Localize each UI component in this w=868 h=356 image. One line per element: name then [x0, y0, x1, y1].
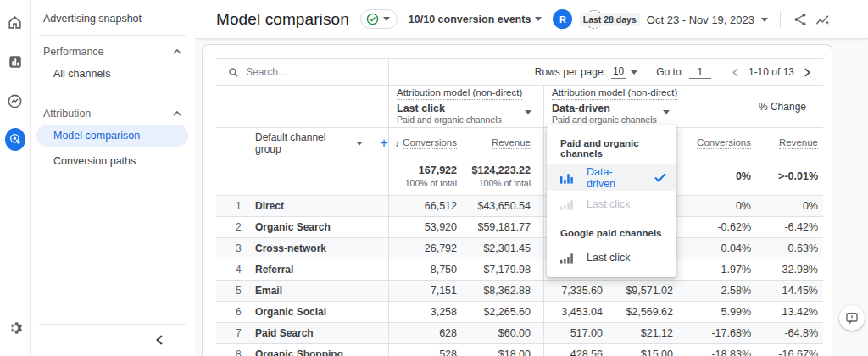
sidebar-item-model-comparison[interactable]: Model comparison: [36, 125, 188, 147]
sidebar-group-performance[interactable]: Performance: [31, 36, 195, 61]
next-page-chevron[interactable]: [799, 64, 815, 80]
goto-page-input[interactable]: [689, 66, 711, 79]
goto-label: Go to:: [656, 66, 684, 78]
m1-revenue-value: $2,301.45: [465, 238, 543, 259]
dropdown-item-data-driven[interactable]: Data-driven: [547, 164, 676, 191]
pct-revenue-value: 0.63%: [760, 238, 823, 259]
chevron-up-icon: [173, 111, 181, 116]
chevron-down-icon[interactable]: [525, 110, 531, 114]
pct-conversions-value: -18.83%: [682, 344, 760, 356]
chevron-down-icon[interactable]: [761, 18, 768, 22]
model1-scope: Paid and organic channels: [397, 114, 502, 125]
pct-conversions-value: -17.68%: [682, 323, 760, 343]
chevron-down-icon[interactable]: [631, 70, 637, 75]
row-number: 4: [216, 264, 255, 275]
model1-selector[interactable]: Attribution model (non-direct) Last clic…: [388, 86, 543, 127]
channel-name: Organic Social: [255, 306, 326, 318]
channel-name: Cross-network: [255, 242, 326, 254]
channel-name: Direct: [255, 200, 284, 212]
dropdown-item-last-click-google[interactable]: Last click: [547, 244, 676, 270]
table-row[interactable]: 2 Organic Search 53,920 $59,181.77 -0.62…: [216, 217, 823, 238]
chevron-left-icon: [156, 335, 163, 345]
conversion-events-label: 10/10 conversion events: [409, 14, 531, 25]
reports-icon[interactable]: [5, 52, 25, 72]
attribution-model-dropdown: Paid and organic channels Data-driven La…: [547, 125, 676, 277]
table-row[interactable]: 8 Organic Shopping 528 $18.00 428.56 $15…: [216, 344, 823, 356]
feedback-button[interactable]: [839, 305, 865, 331]
table-row[interactable]: 5 Email 7,151 $8,362.88 7,335.60 $9,571.…: [216, 281, 823, 302]
pct-conversions-header[interactable]: Conversions: [682, 128, 760, 159]
report-status-pill[interactable]: [360, 9, 398, 29]
m1-conversions-header[interactable]: ↓ Conversions: [388, 128, 465, 159]
m1-revenue-value: $18.00: [465, 344, 543, 356]
pct-conversions-value: 1.97%: [682, 259, 760, 280]
chevron-down-icon[interactable]: [357, 142, 363, 145]
m1-conversions-value: 628: [388, 323, 465, 343]
date-range-selector[interactable]: Oct 23 - Nov 19, 2023: [647, 14, 754, 26]
dropdown-section-label: Google paid channels: [547, 217, 676, 244]
channel-name: Paid Search: [255, 327, 314, 339]
search-input[interactable]: [246, 66, 364, 78]
insights-icon[interactable]: [815, 12, 831, 28]
dimension-header-label[interactable]: Default channel group: [255, 131, 351, 155]
table-body: 1 Direct 66,512 $43,650.54 0% 0% 2 Organ…: [216, 196, 823, 356]
check-icon: [654, 173, 666, 182]
pct-revenue-value: 14.45%: [760, 281, 823, 301]
table-row[interactable]: 4 Referral 8,750 $7,179.98 1.97% 32.98%: [216, 259, 823, 281]
data-driven-bars-icon: [560, 172, 573, 184]
model2-scope: Paid and organic channels: [552, 114, 657, 125]
pct-conversions-value: 0.04%: [682, 238, 760, 259]
pct-revenue-value: 13.42%: [760, 302, 823, 322]
avatar[interactable]: R: [553, 9, 572, 29]
share-icon[interactable]: [793, 12, 808, 27]
collapse-sidebar-chevron[interactable]: [152, 332, 167, 348]
page-title: Model comparison: [216, 10, 349, 29]
table-row[interactable]: 6 Organic Social 3,258 $2,265.60 3,453.0…: [216, 302, 823, 323]
m2-revenue-value: $2,569.62: [611, 302, 682, 322]
home-icon[interactable]: [5, 12, 25, 32]
report-header: Model comparison 10/10 conversion events…: [195, 0, 868, 39]
model2-selector[interactable]: Attribution model (non-direct) Data-driv…: [543, 86, 682, 127]
row-number: 6: [216, 306, 255, 318]
dropdown-section-label: Paid and organic channels: [547, 131, 676, 164]
prev-page-chevron[interactable]: [728, 64, 743, 80]
chevron-up-icon: [173, 49, 181, 54]
explore-icon[interactable]: [5, 91, 25, 111]
conversion-events-selector[interactable]: 10/10 conversion events: [409, 14, 542, 25]
sidebar-group-attribution[interactable]: Attribution: [31, 97, 195, 123]
m2-revenue-value: $9,571.02: [611, 281, 682, 301]
sidebar-item-conversion-paths[interactable]: Conversion paths: [31, 148, 195, 174]
m1-revenue-value: $59,181.77: [465, 217, 543, 237]
m1-conversions-total: 167,922100% of total: [388, 159, 465, 195]
add-dimension-button[interactable]: +: [380, 135, 388, 152]
m1-revenue-header[interactable]: Revenue: [465, 128, 543, 159]
sidebar-item-all-channels[interactable]: All channels: [31, 61, 195, 86]
m1-revenue-value: $43,650.54: [465, 196, 543, 216]
ga4-model-comparison-page: Advertising snapshot Performance All cha…: [0, 0, 868, 356]
m1-revenue-value: $2,265.60: [465, 302, 543, 322]
rows-per-page-select[interactable]: 10: [611, 65, 626, 79]
table-row[interactable]: 1 Direct 66,512 $43,650.54 0% 0%: [216, 196, 823, 217]
pct-conversions-value: -0.62%: [682, 217, 760, 237]
sidebar-item-advertising-snapshot[interactable]: Advertising snapshot: [31, 0, 195, 25]
settings-gear-icon[interactable]: [5, 318, 25, 338]
chevron-right-icon: [804, 68, 810, 77]
rows-per-page-label: Rows per page:: [535, 66, 606, 78]
table-row[interactable]: 7 Paid Search 628 $60.00 517.00 $21.12 -…: [216, 323, 823, 344]
pct-revenue-header[interactable]: Revenue: [760, 128, 823, 159]
m1-revenue-value: $7,179.98: [465, 259, 543, 280]
m2-conversions-value: 517.00: [543, 323, 611, 343]
pct-conversions-total: 0%: [682, 159, 760, 195]
dropdown-item-last-click-disabled: Last click: [547, 191, 676, 217]
chevron-down-icon[interactable]: [663, 110, 670, 114]
table-row[interactable]: 3 Cross-network 26,792 $2,301.45 0.04% 0…: [216, 238, 823, 259]
last-click-bars-icon: [560, 198, 573, 210]
pct-revenue-total: >-0.01%: [760, 159, 823, 195]
advertising-icon[interactable]: [5, 129, 25, 149]
pct-conversions-value: 0%: [682, 196, 760, 216]
report-card: Rows per page: 10 Go to: 1-10 of 13: [202, 44, 832, 356]
m1-revenue-value: $60.00: [465, 323, 543, 343]
m1-conversions-value: 53,920: [388, 217, 465, 237]
last-click-bars-icon: [560, 252, 573, 264]
chevron-left-icon: [732, 68, 738, 77]
